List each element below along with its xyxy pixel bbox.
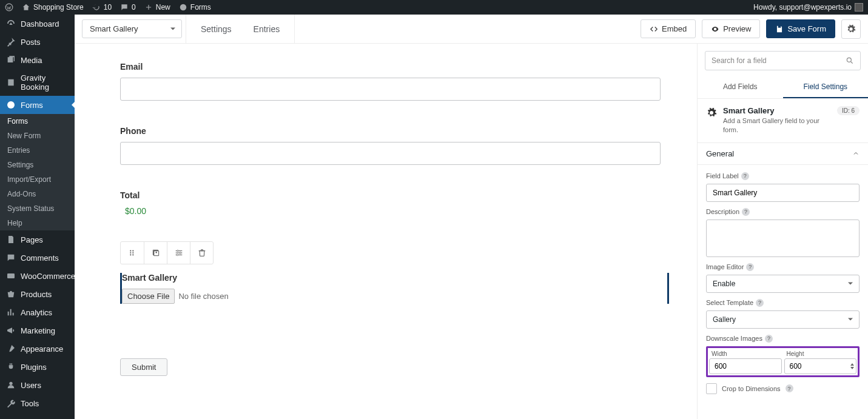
sidebar-forms[interactable]: Forms — [0, 96, 75, 114]
help-icon[interactable]: ? — [741, 172, 749, 180]
search-placeholder: Search for a field — [712, 56, 767, 65]
drag-handle[interactable] — [121, 242, 144, 264]
form-settings-button[interactable] — [841, 19, 861, 39]
phone-label: Phone — [120, 126, 661, 136]
svg-point-5 — [130, 250, 131, 252]
submenu-forms[interactable]: Forms — [0, 114, 75, 129]
crop-checkbox[interactable] — [706, 383, 717, 394]
forms-admin[interactable]: Forms — [179, 3, 211, 12]
code-icon — [650, 25, 658, 33]
submenu-new-form[interactable]: New Form — [0, 129, 75, 143]
general-section-toggle[interactable]: General — [698, 142, 868, 165]
sidebar-pages[interactable]: Pages — [0, 230, 75, 249]
updates[interactable]: 10 — [92, 3, 112, 12]
sidebar-marketing[interactable]: Marketing — [0, 321, 75, 340]
form-switcher[interactable]: Smart Gallery — [82, 19, 182, 38]
smart-gallery-field[interactable]: Smart Gallery Choose File No file chosen — [120, 273, 661, 304]
submenu-entries[interactable]: Entries — [0, 143, 75, 158]
template-select[interactable]: Gallery — [706, 310, 860, 329]
svg-point-10 — [132, 254, 133, 255]
eye-icon — [711, 25, 719, 33]
email-label: Email — [120, 62, 661, 72]
comment-icon — [6, 253, 16, 263]
site-home[interactable]: Shopping Store — [22, 3, 84, 12]
total-label: Total — [120, 190, 661, 200]
comments-count[interactable]: 0 — [120, 3, 136, 12]
downscale-dimensions: Width Height — [706, 346, 860, 377]
submit-button[interactable]: Submit — [120, 358, 167, 376]
sidebar-woocommerce[interactable]: WooCommerce — [0, 267, 75, 285]
label-select-template: Select Template? — [706, 299, 860, 307]
new-content[interactable]: New — [144, 3, 170, 12]
comment-icon — [120, 3, 129, 12]
admin-bar: Shopping Store 10 0 New Forms Howdy, sup… — [0, 0, 868, 15]
help-icon[interactable]: ? — [786, 384, 793, 392]
embed-button[interactable]: Embed — [641, 19, 696, 38]
edit-field-button[interactable] — [167, 242, 190, 264]
submenu-system-status[interactable]: System Status — [0, 201, 75, 216]
nav-entries[interactable]: Entries — [243, 24, 291, 34]
width-input[interactable] — [709, 358, 782, 374]
submenu-addons[interactable]: Add-Ons — [0, 187, 75, 201]
sidebar-plugins[interactable]: Plugins — [0, 358, 75, 376]
help-icon[interactable]: ? — [742, 208, 750, 216]
description-textarea[interactable] — [706, 220, 860, 257]
sidebar-settings[interactable]: Settings — [0, 412, 75, 419]
help-icon[interactable]: ? — [746, 263, 754, 271]
sidebar-gravity-booking[interactable]: Gravity Booking — [0, 69, 75, 96]
field-type-name: Smart Gallery — [723, 106, 831, 115]
label-image-editor: Image Editor? — [706, 263, 860, 271]
height-input[interactable] — [784, 358, 857, 374]
duplicate-button[interactable] — [144, 242, 167, 264]
svg-point-2 — [7, 101, 15, 109]
save-form-button[interactable]: Save Form — [766, 19, 835, 38]
sidebar-comments[interactable]: Comments — [0, 249, 75, 267]
field-label-input[interactable] — [706, 184, 860, 202]
preview-button[interactable]: Preview — [702, 19, 760, 38]
svg-point-13 — [177, 254, 178, 256]
tab-field-settings[interactable]: Field Settings — [783, 76, 869, 98]
content-area: Smart Gallery Settings Entries Embed Pre… — [75, 15, 868, 419]
submenu-settings[interactable]: Settings — [0, 158, 75, 172]
general-section-body: Field Label? Description? Image Editor? … — [698, 165, 868, 401]
help-icon[interactable]: ? — [765, 335, 773, 343]
delete-field-button[interactable] — [190, 242, 213, 264]
pages-icon — [6, 235, 16, 244]
field-info-header: Smart Gallery Add a Smart Gallery field … — [698, 99, 868, 142]
email-input[interactable] — [120, 78, 661, 101]
sidebar-users[interactable]: Users — [0, 376, 75, 394]
field-search[interactable]: Search for a field — [705, 51, 861, 70]
howdy-user[interactable]: Howdy, support@wpexperts.io — [753, 3, 863, 12]
sidebar-appearance[interactable]: Appearance — [0, 340, 75, 358]
tab-add-fields[interactable]: Add Fields — [698, 76, 783, 98]
sidebar-tools[interactable]: Tools — [0, 394, 75, 412]
woo-icon — [6, 271, 16, 281]
svg-point-12 — [179, 252, 181, 254]
no-file-text: No file chosen — [178, 292, 228, 301]
help-icon[interactable]: ? — [756, 299, 764, 307]
submenu-help[interactable]: Help — [0, 216, 75, 230]
selection-indicator — [667, 273, 669, 304]
svg-rect-3 — [7, 273, 15, 278]
wrench-icon — [6, 398, 16, 408]
submenu-import-export[interactable]: Import/Export — [0, 172, 75, 187]
wp-logo[interactable] — [5, 3, 13, 12]
brush-icon — [6, 344, 16, 354]
sidebar-analytics[interactable]: Analytics — [0, 303, 75, 321]
panel-tabs: Add Fields Field Settings — [698, 76, 868, 99]
sidebar-products[interactable]: Products — [0, 285, 75, 303]
phone-field-group[interactable]: Phone — [120, 126, 661, 165]
email-field-group[interactable]: Email — [120, 62, 661, 101]
svg-point-6 — [130, 252, 131, 253]
chevron-up-icon — [852, 150, 860, 157]
image-editor-select[interactable]: Enable — [706, 275, 860, 293]
avatar — [855, 3, 863, 12]
sidebar-media[interactable]: Media — [0, 51, 75, 69]
sidebar-posts[interactable]: Posts — [0, 33, 75, 51]
nav-settings[interactable]: Settings — [190, 24, 243, 34]
choose-file-button[interactable]: Choose File — [122, 289, 175, 304]
sidebar-dashboard[interactable]: Dashboard — [0, 15, 75, 33]
number-spinner[interactable] — [850, 363, 854, 369]
phone-input[interactable] — [120, 142, 661, 165]
total-field-group[interactable]: Total $0.00 — [120, 190, 661, 216]
